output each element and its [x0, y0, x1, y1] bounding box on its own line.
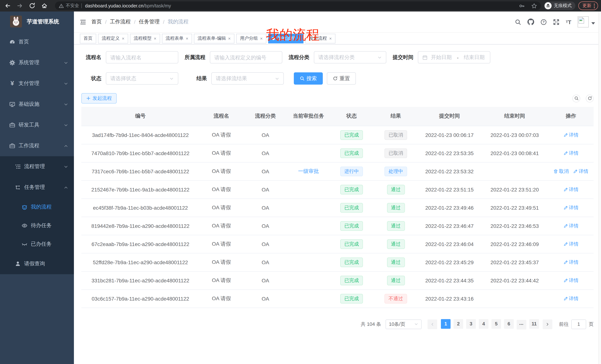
sidebar-item-my-process[interactable]: 我的流程 [0, 198, 74, 216]
user-menu[interactable] [578, 16, 595, 28]
search-icon[interactable] [515, 19, 521, 25]
page-button-3[interactable]: 3 [466, 319, 476, 329]
next-page-button[interactable] [543, 319, 552, 329]
fullscreen-icon[interactable] [553, 19, 560, 25]
action-label: 详情 [569, 241, 579, 247]
sidebar-item-todo-tasks[interactable]: 待办任务 [0, 216, 74, 235]
action-详情[interactable]: 详情 [563, 277, 579, 284]
parent-process-field[interactable] [214, 54, 278, 60]
sidebar-item-system[interactable]: 系统管理 [0, 52, 74, 73]
tab-流程表单-编辑[interactable]: 流程表单-编辑× [194, 34, 234, 43]
sidebar-item-payment[interactable]: ¥ 支付管理 [0, 73, 74, 94]
parent-process-input[interactable] [210, 51, 282, 63]
app-logo [10, 16, 22, 28]
action-取消[interactable]: 取消 [553, 168, 569, 175]
sidebar-item-label: 已办任务 [31, 241, 52, 248]
page-button-5[interactable]: 5 [491, 319, 501, 329]
chevron-up-icon [64, 185, 68, 189]
sidebar-item-workflow[interactable]: 工作流程 [0, 135, 74, 156]
action-详情[interactable]: 详情 [563, 222, 579, 229]
table-search-toggle-icon[interactable] [572, 95, 580, 102]
cell-end-time [481, 162, 548, 180]
sidebar-item-leave-query[interactable]: 请假查询 [0, 253, 74, 274]
github-icon[interactable] [528, 19, 534, 25]
status-tag: 已完成 [340, 239, 363, 249]
page-ellipsis[interactable]: ••• [517, 320, 526, 329]
sidebar-item-home[interactable]: 首页 [0, 31, 74, 52]
sidebar-item-task-mgmt[interactable]: 任务管理 [0, 177, 74, 198]
action-详情[interactable]: 详情 [563, 241, 579, 247]
process-name-field[interactable] [110, 54, 174, 60]
tab-流程表单[interactable]: 流程表单× [162, 34, 192, 43]
bookmark-star-icon[interactable] [531, 3, 537, 9]
result-select[interactable]: 请选择流结果 [211, 72, 284, 85]
sidebar-fold-icon[interactable] [80, 19, 86, 25]
result-tag: 已取消 [384, 148, 407, 158]
page-scrollbar[interactable] [598, 11, 601, 364]
action-详情[interactable]: 详情 [563, 295, 579, 302]
result-tag: 不通过 [384, 294, 407, 303]
page-button-4[interactable]: 4 [479, 319, 489, 329]
action-详情[interactable]: 详情 [563, 186, 579, 193]
browser-forward-icon[interactable] [15, 1, 24, 10]
browser-home-icon[interactable] [40, 1, 49, 10]
close-icon[interactable]: × [329, 36, 332, 41]
user-icon [15, 261, 21, 267]
tab-用户分组[interactable]: 用户分组× [236, 34, 266, 43]
tab-label: 用户分组 [240, 35, 258, 42]
page-size-select[interactable]: 10条/页 [386, 319, 421, 329]
status-select[interactable]: 请选择状态 [106, 72, 178, 85]
table-refresh-icon[interactable] [586, 95, 594, 102]
current-task-link[interactable]: 一级审批 [298, 168, 319, 174]
action-label: 详情 [569, 132, 579, 138]
font-size-icon[interactable]: TT [566, 19, 571, 25]
page-button-1[interactable]: 1 [441, 319, 451, 329]
cell-process-name: OA 请假 [200, 289, 243, 308]
page-button-6[interactable]: 6 [504, 319, 514, 329]
sidebar-item-label: 流程管理 [24, 163, 45, 170]
cell-status: 已完成 [330, 217, 374, 235]
tab-流程模型[interactable]: 流程模型× [130, 34, 160, 43]
search-button[interactable]: 搜索 [294, 72, 323, 85]
dashboard-icon [9, 39, 15, 45]
page-size-value: 10条/页 [389, 321, 405, 327]
calendar-icon [422, 55, 428, 60]
sidebar-item-done-tasks[interactable]: 已办任务 [0, 235, 74, 253]
close-icon[interactable]: × [186, 36, 188, 41]
action-详情[interactable]: 详情 [563, 259, 579, 266]
category-select[interactable]: 请选择流程分类 [314, 51, 386, 63]
close-icon[interactable]: × [228, 36, 231, 41]
close-icon[interactable]: × [260, 36, 263, 41]
reset-button[interactable]: 重置 [327, 72, 356, 85]
address-bar[interactable]: 不安全 dashboard.yudao.iocoder.cn/bpm/task/… [55, 1, 541, 10]
browser-update-button[interactable]: 更新 [578, 1, 598, 10]
close-icon[interactable]: × [154, 36, 156, 41]
browser-back-icon[interactable] [3, 1, 12, 10]
goto-page-input[interactable] [571, 319, 586, 329]
action-详情[interactable]: 详情 [563, 150, 579, 156]
sidebar-item-infrastructure[interactable]: 基础设施 [0, 94, 74, 115]
key-icon[interactable] [519, 3, 525, 9]
cell-end-time: 2022-01-22 23:51:20 [481, 180, 548, 199]
breadcrumb-item[interactable]: 任务管理 [139, 19, 160, 25]
action-详情[interactable]: 详情 [563, 204, 579, 211]
browser-reload-icon[interactable] [28, 1, 36, 10]
process-name-input[interactable] [106, 51, 178, 63]
page-button-11[interactable]: 11 [529, 319, 539, 329]
cell-current-task [288, 199, 330, 217]
submit-time-range[interactable]: 开始日期 - 结束日期 [418, 51, 490, 63]
close-icon[interactable]: × [122, 36, 124, 41]
help-icon[interactable]: ? [541, 19, 547, 25]
action-详情[interactable]: 详情 [573, 168, 588, 175]
tab-流程定义[interactable]: 流程定义× [98, 34, 128, 43]
breadcrumb-item[interactable]: 工作流程 [110, 19, 131, 25]
tab-首页[interactable]: 首页 [80, 34, 96, 43]
create-process-button[interactable]: 发起流程 [81, 93, 117, 104]
breadcrumb-item[interactable]: 首页 [91, 19, 102, 25]
broken-image-icon [578, 17, 584, 24]
page-button-2[interactable]: 2 [453, 319, 463, 329]
sidebar-item-process-mgmt[interactable]: 流程管理 [0, 156, 74, 177]
prev-page-button[interactable] [428, 319, 437, 329]
sidebar-item-dev-tools[interactable]: 研发工具 [0, 115, 74, 135]
action-详情[interactable]: 详情 [563, 132, 579, 138]
